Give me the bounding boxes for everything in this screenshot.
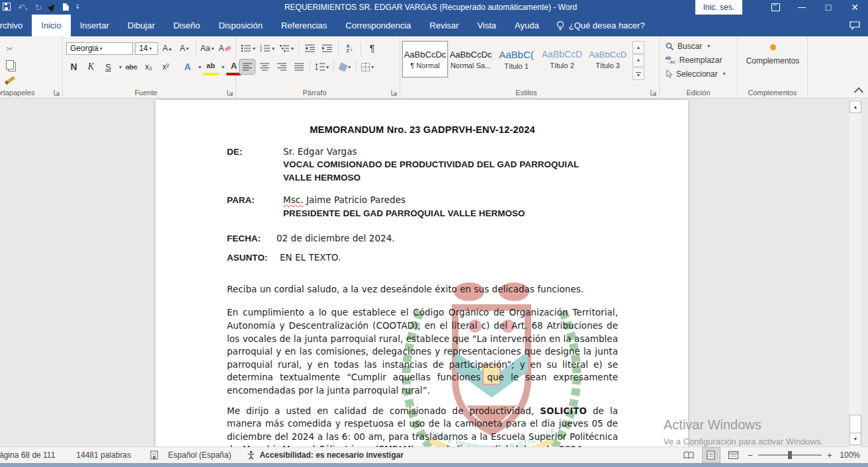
zoom-slider-thumb[interactable]: [788, 451, 792, 459]
align-center-button[interactable]: [257, 60, 272, 74]
tab-ayuda[interactable]: Ayuda: [505, 15, 548, 36]
web-layout-button[interactable]: [725, 448, 742, 462]
select-button[interactable]: Seleccionar▾: [662, 67, 735, 81]
font-name-select[interactable]: Georgia▾: [66, 42, 133, 55]
highlight-button[interactable]: ab: [203, 58, 218, 75]
zoom-in-button[interactable]: +: [827, 450, 832, 460]
clipboard-dialog-launcher[interactable]: [54, 89, 60, 96]
tab-inicio[interactable]: Inicio: [32, 15, 70, 36]
copy-button[interactable]: [2, 58, 17, 72]
save-icon[interactable]: [3, 1, 11, 13]
document-canvas: VALLE HERMOSO TURISTICO Y PRODUCTIVO MEM…: [0, 99, 868, 447]
accessibility-status[interactable]: Accesibilidad: es necesario investigar: [259, 450, 403, 460]
ink-pen-icon[interactable]: [49, 1, 56, 13]
addins-button[interactable]: Complementos: [740, 39, 806, 65]
format-painter-button[interactable]: [2, 73, 17, 87]
tab-vista[interactable]: Vista: [468, 15, 505, 36]
align-left-button[interactable]: [239, 60, 255, 74]
zoom-slider[interactable]: [758, 454, 822, 456]
print-layout-button[interactable]: [703, 448, 720, 462]
customize-qat-icon[interactable]: ▾: [76, 5, 79, 10]
undo-icon[interactable]: ↶▾: [18, 3, 27, 12]
scroll-down-button[interactable]: ▼: [849, 433, 861, 445]
line-spacing-button[interactable]: ▾: [314, 60, 330, 74]
show-marks-button[interactable]: ¶: [365, 41, 380, 56]
bold-button[interactable]: N: [66, 60, 81, 74]
justify-button[interactable]: [291, 60, 306, 74]
decrease-indent-button[interactable]: [302, 41, 318, 56]
superscript-button[interactable]: x²: [158, 60, 173, 74]
asunto-label: ASUNTO:: [227, 251, 280, 265]
styles-more-button[interactable]: ▼: [632, 67, 644, 80]
paragraph-dialog-launcher[interactable]: [391, 89, 398, 96]
feedback-icon[interactable]: [849, 15, 868, 36]
style-card-titulo3[interactable]: AaBbCcD Título 3: [585, 41, 630, 77]
replace-button[interactable]: ab→ac Reemplazar: [662, 53, 735, 67]
redo-icon[interactable]: ↻: [34, 3, 42, 12]
style-card-titulo1[interactable]: AaBbC( Título 1: [494, 41, 539, 77]
scroll-up-button[interactable]: ▲: [849, 101, 861, 113]
zoom-level[interactable]: 100%: [838, 450, 860, 460]
multilevel-list-button[interactable]: ▾: [278, 41, 295, 56]
find-button[interactable]: Buscar▾: [662, 39, 735, 53]
font-dialog-launcher[interactable]: [227, 89, 234, 96]
page-indicator[interactable]: Página 68 de 111: [0, 450, 55, 460]
shrink-font-button[interactable]: A▼: [177, 41, 193, 56]
change-case-button[interactable]: Aa▾: [200, 41, 215, 56]
strikethrough-button[interactable]: abc: [124, 60, 139, 74]
zoom-out-button[interactable]: −: [748, 450, 753, 460]
grow-font-button[interactable]: A▲: [160, 41, 175, 56]
tab-dibujar[interactable]: Dibujar: [118, 15, 164, 36]
document-page[interactable]: VALLE HERMOSO TURISTICO Y PRODUCTIVO MEM…: [155, 100, 688, 447]
vertical-scrollbar[interactable]: ▲ ▼: [848, 99, 861, 447]
language-indicator[interactable]: Español (España): [168, 450, 231, 460]
borders-button[interactable]: ▾: [360, 60, 375, 74]
minimize-button[interactable]: —: [789, 0, 815, 15]
style-card-normal-sa[interactable]: AaBbCcDc Normal Sa...: [448, 41, 494, 77]
change-case-label: Aa: [200, 44, 210, 53]
select-label: Seleccionar: [676, 69, 718, 79]
italic-button[interactable]: K: [83, 60, 99, 74]
highlight-dropdown-icon[interactable]: ▾: [222, 64, 224, 70]
close-button[interactable]: ✕: [842, 0, 868, 15]
text-effects-button[interactable]: A: [180, 60, 195, 74]
bullets-button[interactable]: ▾: [239, 41, 257, 56]
proofing-errors-icon[interactable]: [150, 450, 159, 460]
style-card-normal[interactable]: AaBbCcDc ¶ Normal: [402, 41, 448, 77]
scrollbar-thumb[interactable]: [849, 415, 861, 435]
tab-archivo[interactable]: Archivo: [0, 15, 32, 36]
sign-in-button[interactable]: Inic. ses.: [695, 0, 742, 15]
underline-dropdown-icon[interactable]: ▾: [119, 64, 122, 70]
styles-scroll-up-button[interactable]: ▲: [632, 41, 644, 54]
ribbon-display-options-button[interactable]: [762, 0, 789, 15]
clear-formatting-button[interactable]: A: [217, 41, 232, 56]
style-card-titulo2[interactable]: AaBbCcD Título 2: [539, 41, 585, 77]
cut-button[interactable]: ✂: [2, 42, 17, 56]
tab-insertar[interactable]: Insertar: [71, 15, 118, 36]
new-document-icon[interactable]: [63, 1, 69, 13]
style-label: Título 1: [504, 62, 529, 70]
shading-button[interactable]: ▾: [337, 60, 353, 74]
styles-dialog-launcher[interactable]: [650, 89, 657, 96]
collapse-ribbon-button[interactable]: [854, 87, 863, 97]
underline-button[interactable]: S: [101, 60, 116, 74]
increase-indent-button[interactable]: [320, 41, 335, 56]
text-effects-dropdown-icon[interactable]: ▾: [198, 64, 201, 70]
tab-diseno[interactable]: Diseño: [164, 15, 209, 36]
sort-button[interactable]: AZ↓: [342, 41, 357, 56]
subscript-button[interactable]: x₂: [141, 60, 156, 74]
maximize-button[interactable]: □: [815, 0, 842, 15]
tell-me-box[interactable]: ¿Qué desea hacer?: [548, 15, 653, 36]
word-count[interactable]: 14481 palabras: [76, 450, 131, 460]
styles-scroll-down-button[interactable]: ▼: [632, 54, 644, 67]
tab-revisar[interactable]: Revisar: [420, 15, 468, 36]
tab-referencias[interactable]: Referencias: [272, 15, 336, 36]
read-mode-button[interactable]: [680, 448, 697, 462]
tab-disposicion[interactable]: Disposición: [209, 15, 271, 36]
numbering-button[interactable]: 123▾: [259, 41, 276, 56]
align-right-button[interactable]: [274, 60, 289, 74]
font-size-select[interactable]: 14▾: [135, 42, 157, 55]
tab-correspondencia[interactable]: Correspondencia: [336, 15, 420, 36]
para-name: Msc. Jaime Patricio Paredes: [283, 194, 618, 207]
clipboard-group-label: Portapapeles: [0, 89, 56, 97]
